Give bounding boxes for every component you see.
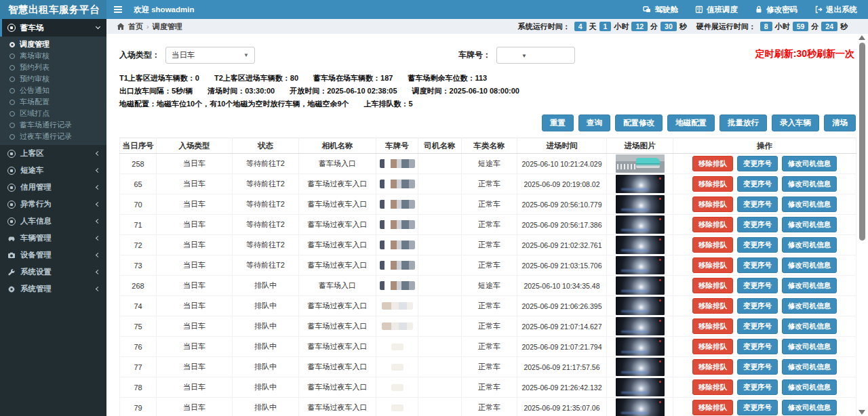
change-seq-button[interactable]: 变更序号	[737, 217, 778, 232]
sidebar-item-5[interactable]: 车场配置	[0, 96, 106, 108]
sidebar-section-6[interactable]: 车辆管理	[0, 230, 106, 247]
cell-time: 2025-06-09 20:19:08.02	[517, 174, 607, 194]
nav-link-3[interactable]: 退出系统	[814, 5, 857, 15]
edit-driver-button[interactable]: 修改司机信息	[782, 318, 837, 334]
change-seq-button[interactable]: 变更序号	[737, 400, 778, 415]
entry-photo-thumbnail[interactable]	[616, 317, 665, 335]
sidebar-section-5[interactable]: 人车信息	[0, 213, 106, 230]
sidebar-item-1[interactable]: 离场审核	[0, 50, 106, 62]
entry-photo-thumbnail[interactable]	[616, 337, 665, 356]
toolbar-button-3[interactable]: 地磁配置	[667, 115, 715, 131]
remove-queue-button[interactable]: 移除排队	[692, 278, 733, 293]
remove-queue-button[interactable]: 移除排队	[692, 318, 733, 334]
circle-icon	[9, 77, 15, 82]
entry-photo-thumbnail[interactable]	[616, 378, 665, 396]
toolbar-button-2[interactable]: 配置修改	[615, 115, 663, 131]
remove-queue-button[interactable]: 移除排队	[692, 217, 733, 232]
sidebar-toggle-icon[interactable]	[106, 0, 130, 19]
cell-photo	[607, 154, 673, 174]
remove-queue-button[interactable]: 移除排队	[692, 339, 733, 354]
change-seq-button[interactable]: 变更序号	[737, 278, 778, 293]
remove-queue-button[interactable]: 移除排队	[692, 176, 733, 192]
entry-photo-thumbnail[interactable]	[616, 175, 665, 193]
edit-driver-button[interactable]: 修改司机信息	[782, 379, 837, 395]
remove-queue-button[interactable]: 移除排队	[692, 359, 733, 375]
toolbar-button-0[interactable]: 重置	[542, 115, 574, 131]
cell-driver	[418, 316, 462, 337]
scroll-up-icon[interactable]	[859, 35, 865, 40]
entry-photo-thumbnail[interactable]	[616, 398, 665, 416]
remove-queue-button[interactable]: 移除排队	[692, 237, 733, 253]
entry-photo-thumbnail[interactable]	[616, 215, 665, 234]
sidebar-item-2[interactable]: 预约列表	[0, 62, 106, 73]
vertical-scrollbar[interactable]	[858, 35, 866, 415]
entry-type-select[interactable]: 当日车 ▼	[165, 47, 255, 64]
edit-driver-button[interactable]: 修改司机信息	[782, 217, 837, 232]
lock-icon	[754, 5, 763, 14]
toolbar-button-6[interactable]: 清场	[824, 115, 856, 131]
sidebar-item-4[interactable]: 公告通知	[0, 85, 106, 96]
remove-queue-button[interactable]: 移除排队	[692, 379, 733, 395]
edit-driver-button[interactable]: 修改司机信息	[782, 257, 837, 273]
edit-driver-button[interactable]: 修改司机信息	[782, 156, 837, 171]
change-seq-button[interactable]: 变更序号	[737, 359, 778, 375]
chevron-left-icon	[96, 270, 100, 274]
sidebar-item-7[interactable]: 蓄车场通行记录	[0, 119, 106, 131]
edit-driver-button[interactable]: 修改司机信息	[782, 339, 837, 354]
sidebar-section-9[interactable]: 系统管理	[0, 280, 106, 297]
change-seq-button[interactable]: 变更序号	[737, 298, 778, 314]
sidebar-section-8[interactable]: 系统设置	[0, 264, 106, 280]
sidebar-item-0[interactable]: 调度管理	[0, 39, 106, 50]
table-row: 73当日车等待前往T2蓄车场过夜车入口正常车2025-06-09 21:03:1…	[120, 255, 856, 276]
change-seq-button[interactable]: 变更序号	[737, 156, 778, 171]
cell-seq: 70	[120, 194, 157, 215]
sidebar-section-7[interactable]: 设备管理	[0, 247, 106, 264]
entry-photo-thumbnail[interactable]	[616, 358, 665, 376]
edit-driver-button[interactable]: 修改司机信息	[782, 237, 837, 253]
edit-driver-button[interactable]: 修改司机信息	[782, 196, 837, 212]
change-seq-button[interactable]: 变更序号	[737, 339, 778, 354]
remove-queue-button[interactable]: 移除排队	[692, 196, 733, 212]
toolbar-button-1[interactable]: 查询	[578, 115, 610, 131]
change-seq-button[interactable]: 变更序号	[737, 176, 778, 192]
change-seq-button[interactable]: 变更序号	[737, 257, 778, 273]
sidebar-section-4[interactable]: 异常行为	[0, 196, 106, 213]
edit-driver-button[interactable]: 修改司机信息	[782, 359, 837, 375]
entry-photo-thumbnail[interactable]	[616, 297, 665, 315]
remove-queue-button[interactable]: 移除排队	[692, 156, 733, 171]
remove-queue-button[interactable]: 移除排队	[692, 400, 733, 415]
nav-link-1[interactable]: 值班调度	[694, 5, 738, 15]
change-seq-button[interactable]: 变更序号	[737, 237, 778, 253]
breadcrumb-home[interactable]: 首页	[128, 22, 143, 32]
sidebar-section-3[interactable]: 信用管理	[0, 179, 106, 196]
sidebar-section-1[interactable]: 上客区	[0, 145, 106, 162]
entry-photo-thumbnail[interactable]	[616, 236, 665, 254]
edit-driver-button[interactable]: 修改司机信息	[782, 400, 837, 415]
nav-link-0[interactable]: 驾驶舱	[643, 5, 679, 15]
scrollbar-thumb[interactable]	[859, 43, 865, 241]
edit-driver-button[interactable]: 修改司机信息	[782, 176, 837, 192]
toolbar-button-4[interactable]: 批量放行	[719, 115, 767, 131]
edit-driver-button[interactable]: 修改司机信息	[782, 278, 837, 293]
sidebar-item-3[interactable]: 预约审核	[0, 73, 106, 85]
toolbar-button-5[interactable]: 录入车辆	[772, 115, 819, 131]
sidebar-section-0[interactable]: 蓄车场	[0, 19, 106, 37]
entry-photo-thumbnail[interactable]	[616, 195, 665, 213]
remove-queue-button[interactable]: 移除排队	[692, 257, 733, 273]
plate-input[interactable]: ▼	[496, 47, 575, 64]
sidebar-item-6[interactable]: 区域打点	[0, 108, 106, 119]
change-seq-button[interactable]: 变更序号	[737, 196, 778, 212]
entry-photo-thumbnail[interactable]	[616, 276, 665, 295]
scroll-down-icon[interactable]	[859, 410, 865, 415]
entry-photo-thumbnail[interactable]	[616, 154, 665, 173]
nav-link-2[interactable]: 修改密码	[754, 5, 797, 15]
stat-item: T1上客区进场车辆数：0	[119, 73, 199, 83]
remove-queue-button[interactable]: 移除排队	[692, 298, 733, 314]
sidebar-section-2[interactable]: 短途车	[0, 162, 106, 179]
change-seq-button[interactable]: 变更序号	[737, 379, 778, 395]
sidebar-item-8[interactable]: 过夜车通行记录	[0, 131, 106, 142]
entry-photo-thumbnail[interactable]	[616, 256, 665, 274]
edit-driver-button[interactable]: 修改司机信息	[782, 298, 837, 314]
change-seq-button[interactable]: 变更序号	[737, 318, 778, 334]
cell-plate	[376, 276, 418, 296]
